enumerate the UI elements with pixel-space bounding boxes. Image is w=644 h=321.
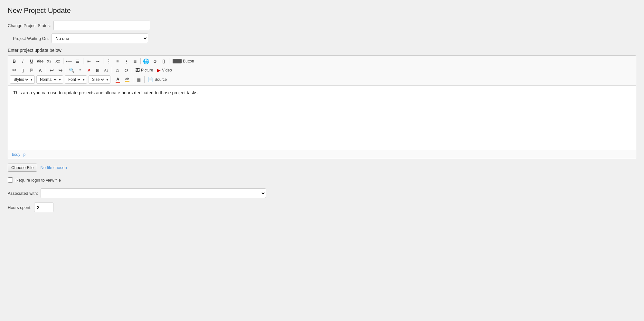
toolbar-row-2: ✂ ▯ ⎘ A ↩ ↪ 🔍 ❝ ✗ ⊞ A↕ ☺ Ω 🖼 Picture ▶ V… — [10, 66, 634, 74]
require-login-row: Require login to view file — [8, 177, 636, 183]
font-select[interactable]: Font — [67, 77, 81, 82]
bold-button[interactable]: B — [10, 57, 18, 65]
format-dropdown[interactable]: Normal ▾ — [36, 75, 63, 84]
associated-with-row: Associated with: — [8, 188, 636, 198]
video-label: Video — [162, 68, 172, 72]
sep-12 — [144, 76, 145, 83]
emoji-button[interactable]: ☺ — [113, 66, 122, 74]
editor-body[interactable]: This area you can use to update projects… — [8, 86, 636, 150]
size-chevron-icon: ▾ — [106, 77, 108, 82]
require-login-checkbox[interactable] — [8, 177, 13, 183]
ordered-list-button[interactable]: ☰ — [73, 57, 82, 65]
font-color-icon: A — [116, 77, 120, 83]
indent-button[interactable]: ⇥ — [93, 57, 102, 65]
toolbar-row-3: Styles ▾ Normal ▾ Font ▾ Size ▾ — [10, 75, 634, 84]
require-login-label: Require login to view file — [15, 178, 61, 183]
find-button[interactable]: 🔍 — [67, 66, 76, 74]
subscript-button[interactable]: X2 — [45, 57, 53, 65]
redo-button[interactable]: ↪ — [56, 66, 64, 74]
strikethrough-button[interactable]: abc — [36, 57, 44, 65]
associated-with-label: Associated with: — [8, 191, 38, 196]
special-char-button[interactable]: Ω — [122, 66, 130, 74]
sep-6 — [46, 67, 46, 73]
styles-chevron-icon: ▾ — [31, 77, 33, 82]
no-file-text: No file chosen — [40, 165, 67, 170]
size-select[interactable]: Size — [91, 77, 105, 82]
picture-button[interactable]: 🖼 Picture — [133, 66, 155, 74]
format-select[interactable]: Normal — [39, 77, 58, 82]
picture-icon: 🖼 — [135, 68, 140, 73]
sep-8 — [112, 67, 112, 73]
source-label: Source — [155, 77, 167, 82]
sep-4 — [140, 58, 141, 64]
change-status-input[interactable] — [53, 21, 150, 30]
paste-text-button[interactable]: A — [36, 66, 44, 74]
sep-10 — [112, 76, 112, 83]
project-waiting-select[interactable]: No one — [52, 33, 148, 43]
font-chevron-icon: ▾ — [83, 77, 85, 82]
size-dropdown[interactable]: Size ▾ — [89, 75, 110, 84]
styles-select[interactable]: Styles — [12, 77, 29, 82]
picture-label: Picture — [141, 68, 153, 72]
undo-button[interactable]: ↩ — [47, 66, 56, 74]
insert-page-break-button[interactable]: ▯ — [159, 57, 168, 65]
editor-footer-body[interactable]: body — [12, 152, 20, 157]
table-button[interactable]: ⊞ — [93, 66, 102, 74]
styles-dropdown[interactable]: Styles ▾ — [10, 75, 35, 84]
toolbar-row-1: B I U abc X2 X2 •— ☰ ⇤ ⇥ ⋮ ≡ ⋮ ≣ 🌐 ⌀ ▯ B… — [10, 57, 634, 65]
editor-footer-p[interactable]: p — [23, 152, 25, 157]
button-insert-button[interactable]: Button — [171, 57, 196, 65]
block-quote-button[interactable]: ❝ — [76, 66, 84, 74]
project-waiting-label: Project Waiting On: — [13, 36, 49, 41]
align-center-button[interactable]: ≡ — [113, 57, 122, 65]
sep-2 — [83, 58, 83, 64]
sep-3 — [103, 58, 103, 64]
editor-placeholder-text: This area you can use to update projects… — [13, 90, 631, 95]
editor-toolbar: B I U abc X2 X2 •— ☰ ⇤ ⇥ ⋮ ≡ ⋮ ≣ 🌐 ⌀ ▯ B… — [8, 56, 636, 86]
button-label: Button — [183, 59, 194, 63]
unordered-list-button[interactable]: •— — [65, 57, 73, 65]
unlink-button[interactable]: ⌀ — [151, 57, 159, 65]
sep-5 — [169, 58, 169, 64]
button-icon — [173, 59, 182, 63]
superscript-button[interactable]: X2 — [53, 57, 62, 65]
sep-11 — [133, 76, 133, 83]
video-icon: ▶ — [157, 68, 161, 73]
file-upload-row: Choose File No file chosen — [8, 164, 636, 172]
font-dropdown[interactable]: Font ▾ — [65, 75, 87, 84]
font-size-button[interactable]: A↕ — [102, 66, 110, 74]
choose-file-button[interactable]: Choose File — [8, 164, 37, 172]
hours-spent-input[interactable] — [34, 203, 53, 212]
page-title: New Project Update — [8, 6, 636, 15]
font-color-button[interactable]: A — [113, 75, 122, 84]
outdent-button[interactable]: ⇤ — [85, 57, 93, 65]
link-button[interactable]: 🌐 — [142, 57, 150, 65]
remove-format-button[interactable]: ✗ — [85, 66, 93, 74]
editor-footer: body p — [8, 150, 636, 159]
align-right-button[interactable]: ⋮ — [122, 57, 130, 65]
copy-button[interactable]: ▯ — [19, 66, 27, 74]
sep-1 — [63, 58, 63, 64]
hours-spent-row: Hours spent: — [8, 203, 636, 212]
justify-button[interactable]: ≣ — [131, 57, 139, 65]
italic-button[interactable]: I — [19, 57, 27, 65]
highlight-icon: ab — [125, 77, 129, 82]
format-chevron-icon: ▾ — [59, 77, 61, 82]
sep-9 — [132, 67, 132, 73]
enter-update-label: Enter project update below: — [8, 48, 636, 53]
align-left-button[interactable]: ⋮ — [105, 57, 113, 65]
sep-7 — [66, 67, 66, 73]
hours-spent-label: Hours spent: — [8, 205, 32, 210]
rich-text-editor: B I U abc X2 X2 •— ☰ ⇤ ⇥ ⋮ ≡ ⋮ ≣ 🌐 ⌀ ▯ B… — [8, 55, 636, 159]
highlight-button[interactable]: ab — [123, 75, 132, 84]
video-button[interactable]: ▶ Video — [155, 66, 174, 74]
source-button[interactable]: 📄 Source — [146, 75, 169, 84]
change-status-label: Change Project Status: — [8, 23, 51, 28]
paste-button[interactable]: ⎘ — [27, 66, 36, 74]
source-icon: 📄 — [148, 77, 153, 82]
associated-with-select[interactable] — [41, 188, 266, 198]
column-button[interactable]: ▦ — [135, 75, 143, 84]
underline-button[interactable]: U — [27, 57, 36, 65]
choose-file-label: Choose File — [11, 165, 33, 170]
cut-button[interactable]: ✂ — [10, 66, 18, 74]
